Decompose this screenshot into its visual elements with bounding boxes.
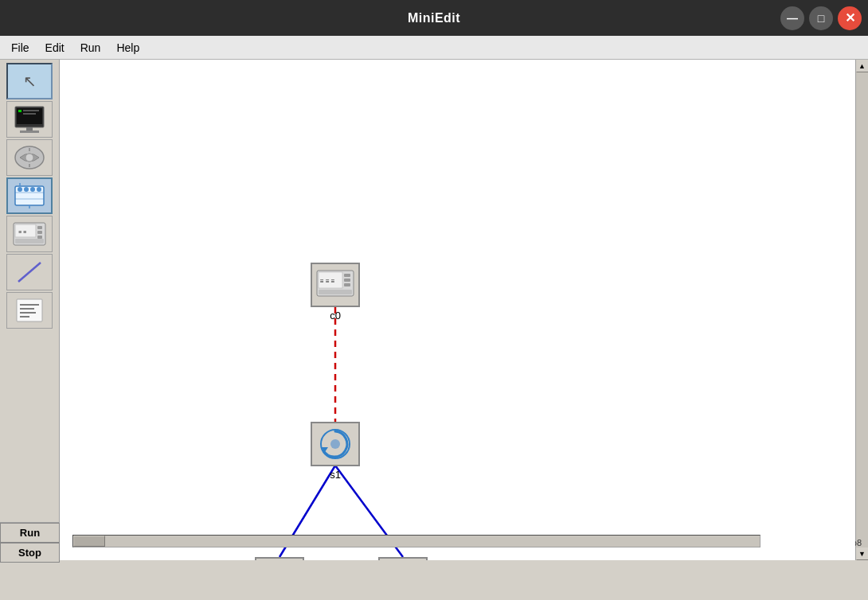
svg-rect-4 [23, 113, 36, 115]
app-title: MiniEdit [408, 11, 460, 25]
menu-help[interactable]: Help [108, 38, 147, 57]
h-scroll-thumb [73, 536, 105, 547]
svg-point-16 [30, 187, 35, 192]
scroll-down-button[interactable]: ▼ [856, 547, 869, 560]
svg-rect-38 [344, 279, 350, 282]
svg-text:≡ ≡ ≡: ≡ ≡ ≡ [320, 278, 335, 285]
maximize-button[interactable]: □ [809, 6, 833, 30]
menu-run[interactable]: Run [72, 38, 109, 57]
select-icon: ↖ [23, 72, 37, 91]
scroll-up-button[interactable]: ▲ [856, 60, 869, 72]
svg-point-17 [37, 187, 41, 192]
svg-line-28 [18, 263, 41, 282]
menu-bar: File Edit Run Help [0, 36, 868, 60]
window-controls: — □ ✕ [780, 6, 862, 30]
node-c0-label: c0 [330, 310, 341, 321]
svg-rect-2 [18, 110, 22, 112]
node-c0-icon: ≡ ≡ ≡ [315, 267, 355, 302]
node-h2[interactable]: h2 [378, 557, 428, 560]
menu-file[interactable]: File [3, 38, 37, 57]
host-tool-icon [12, 103, 47, 135]
svg-rect-27 [15, 239, 44, 244]
node-h1[interactable]: h1 [255, 557, 304, 560]
tool-switch-legacy[interactable] [6, 139, 53, 176]
link-icon [12, 256, 47, 288]
svg-rect-39 [344, 283, 350, 286]
close-button[interactable]: ✕ [838, 6, 862, 30]
svg-rect-40 [319, 290, 352, 294]
svg-point-43 [330, 439, 340, 449]
node-h2-box [378, 557, 428, 560]
menu-edit[interactable]: Edit [37, 38, 72, 57]
tool-host[interactable] [6, 101, 53, 138]
text-tool-icon [12, 294, 47, 326]
svg-rect-3 [23, 110, 39, 111]
scroll-track [856, 72, 868, 547]
vertical-scrollbar[interactable]: ▲ ▼ [855, 60, 868, 560]
node-c0[interactable]: ≡ ≡ ≡ c0 [311, 263, 360, 321]
tool-link[interactable] [6, 254, 53, 290]
svg-rect-25 [37, 231, 42, 234]
h-scroll-track[interactable] [72, 535, 760, 547]
network-canvas[interactable]: ≡ ≡ ≡ c0 [60, 60, 855, 560]
svg-rect-24 [37, 226, 42, 229]
node-c0-box: ≡ ≡ ≡ [311, 263, 360, 307]
switch-icon [12, 180, 47, 212]
svg-rect-29 [17, 299, 42, 321]
switch-legacy-icon [12, 142, 47, 173]
tool-text[interactable] [6, 292, 53, 329]
svg-text:≡ ≡: ≡ ≡ [18, 229, 26, 235]
svg-rect-37 [344, 274, 350, 277]
svg-point-8 [25, 154, 33, 162]
minimize-button[interactable]: — [780, 6, 804, 30]
svg-rect-26 [37, 236, 42, 239]
node-s1-icon [315, 427, 355, 462]
tool-select[interactable]: ↖ [6, 63, 53, 99]
run-button[interactable]: Run [0, 523, 60, 543]
svg-point-15 [24, 187, 29, 192]
toolbar-sidebar: ↖ [0, 60, 60, 522]
svg-point-14 [18, 187, 22, 192]
node-s1-label: s1 [330, 469, 341, 481]
title-bar: MiniEdit — □ ✕ [0, 0, 868, 36]
controller-tool-icon: ≡ ≡ [12, 218, 47, 250]
tool-switch[interactable] [6, 177, 53, 214]
tool-controller[interactable]: ≡ ≡ [6, 216, 53, 252]
run-stop-controls: Run Stop [0, 523, 60, 563]
node-s1-box [311, 422, 360, 466]
svg-rect-5 [26, 127, 33, 131]
node-s1[interactable]: s1 [311, 422, 360, 481]
network-connections [60, 60, 855, 560]
node-h1-box [255, 557, 304, 560]
stop-button[interactable]: Stop [0, 543, 60, 563]
svg-rect-6 [20, 131, 39, 133]
